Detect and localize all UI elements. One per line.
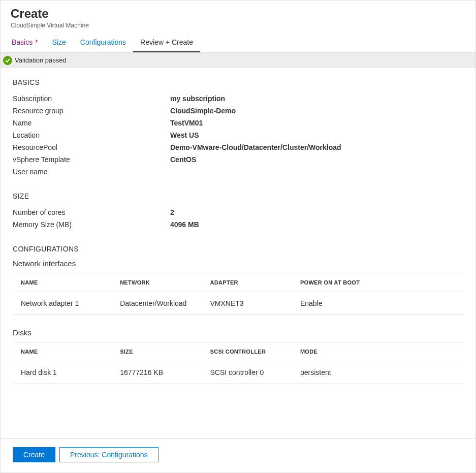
content-area: BASICS Subscriptionmy subscription Resou… bbox=[1, 68, 475, 438]
tab-basics[interactable]: Basics * bbox=[5, 33, 45, 52]
size-title: SIZE bbox=[13, 192, 463, 200]
disk-header-size: SIZE bbox=[112, 342, 202, 361]
network-interfaces-title: Network interfaces bbox=[13, 259, 463, 268]
nic-header-power-on: POWER ON AT BOOT bbox=[292, 273, 463, 292]
validation-text: Validation passed bbox=[15, 56, 67, 64]
disk-scsi: SCSI controller 0 bbox=[202, 361, 292, 384]
resource-group-value: CloudSimple-Demo bbox=[170, 107, 236, 115]
tab-review-create[interactable]: Review + Create bbox=[133, 33, 200, 52]
disks-table: NAME SIZE SCSI CONTROLLER MODE Hard disk… bbox=[13, 342, 463, 384]
table-row: Hard disk 1 16777216 KB SCSI controller … bbox=[13, 361, 463, 384]
nic-power-on: Enable bbox=[292, 292, 463, 315]
tabs-bar: Basics * Size Configurations Review + Cr… bbox=[1, 33, 475, 53]
vsphere-template-label: vSphere Template bbox=[13, 155, 170, 164]
nic-name: Network adapter 1 bbox=[13, 292, 112, 315]
name-label: Name bbox=[13, 119, 170, 127]
resource-group-label: Resource group bbox=[13, 107, 170, 115]
disk-header-name: NAME bbox=[13, 342, 112, 361]
user-name-label: User name bbox=[13, 168, 170, 176]
page-subtitle: CloudSimple Virtual Machine bbox=[11, 22, 465, 29]
disk-header-mode: MODE bbox=[292, 342, 463, 361]
memory-value: 4096 MB bbox=[170, 220, 199, 229]
resource-pool-value: Demo-VMware-Cloud/Datacenter/Cluster/Wor… bbox=[170, 143, 341, 151]
validation-bar: Validation passed bbox=[1, 53, 475, 68]
memory-label: Memory Size (MB) bbox=[13, 220, 170, 229]
size-section: SIZE Number of cores2 Memory Size (MB)40… bbox=[13, 192, 463, 231]
cores-label: Number of cores bbox=[13, 208, 170, 216]
configurations-title: CONFIGURATIONS bbox=[13, 245, 463, 253]
configurations-section: CONFIGURATIONS Network interfaces NAME N… bbox=[13, 245, 463, 384]
table-header-row: NAME NETWORK ADAPTER POWER ON AT BOOT bbox=[13, 273, 463, 292]
subscription-label: Subscription bbox=[13, 94, 170, 103]
nic-header-name: NAME bbox=[13, 273, 112, 292]
required-asterisk: * bbox=[33, 38, 38, 46]
nic-header-adapter: ADAPTER bbox=[202, 273, 292, 292]
subscription-value: my subscription bbox=[170, 94, 225, 103]
nic-header-network: NETWORK bbox=[112, 273, 202, 292]
location-value: West US bbox=[170, 131, 199, 139]
basics-title: BASICS bbox=[13, 78, 463, 86]
table-header-row: NAME SIZE SCSI CONTROLLER MODE bbox=[13, 342, 463, 361]
nic-adapter: VMXNET3 bbox=[202, 292, 292, 315]
page-header: Create CloudSimple Virtual Machine bbox=[1, 1, 475, 33]
footer-bar: Create Previous: Configurations bbox=[1, 438, 475, 472]
tab-configurations[interactable]: Configurations bbox=[73, 33, 133, 52]
disks-title: Disks bbox=[13, 328, 463, 337]
disk-size: 16777216 KB bbox=[112, 361, 202, 384]
table-row: Network adapter 1 Datacenter/Workload VM… bbox=[13, 292, 463, 315]
resource-pool-label: ResourcePool bbox=[13, 143, 170, 151]
previous-button[interactable]: Previous: Configurations bbox=[59, 447, 158, 462]
cores-value: 2 bbox=[170, 208, 174, 216]
page-title: Create bbox=[11, 7, 465, 21]
disk-header-scsi: SCSI CONTROLLER bbox=[202, 342, 292, 361]
network-interfaces-table: NAME NETWORK ADAPTER POWER ON AT BOOT Ne… bbox=[13, 273, 463, 315]
nic-network: Datacenter/Workload bbox=[112, 292, 202, 315]
name-value: TestVM01 bbox=[170, 119, 203, 127]
vsphere-template-value: CentOS bbox=[170, 155, 196, 164]
check-icon bbox=[3, 56, 12, 65]
location-label: Location bbox=[13, 131, 170, 139]
create-button[interactable]: Create bbox=[13, 447, 55, 462]
basics-section: BASICS Subscriptionmy subscription Resou… bbox=[13, 78, 463, 178]
disk-name: Hard disk 1 bbox=[13, 361, 112, 384]
disk-mode: persistent bbox=[292, 361, 463, 384]
tab-size[interactable]: Size bbox=[45, 33, 73, 52]
